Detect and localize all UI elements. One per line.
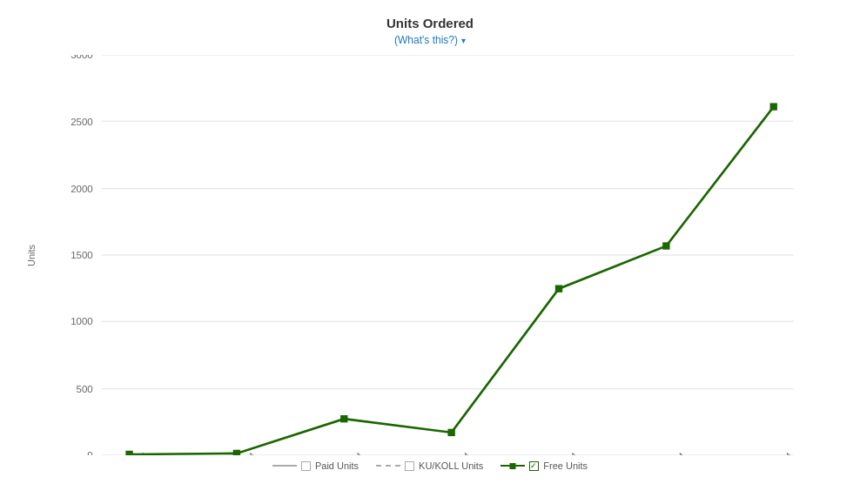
data-point (340, 415, 347, 422)
svg-text:2000: 2000 (71, 184, 93, 194)
svg-text:1500: 1500 (71, 250, 93, 260)
chart-container: Units Ordered (What's this?) ▾ Units 300… (0, 0, 860, 504)
svg-text:Nov 21, 2014: Nov 21, 2014 (427, 451, 472, 455)
data-point (555, 286, 562, 292)
free-line-icon (501, 465, 525, 467)
legend-free: Free Units (501, 460, 588, 471)
subtitle-arrow: ▾ (461, 36, 466, 45)
paid-label: Paid Units (315, 460, 359, 471)
chart-inner: 3000 2500 2000 1500 1000 500 0 Nov 18, 2… (38, 55, 839, 455)
data-point (125, 451, 132, 455)
free-checkbox[interactable] (529, 461, 539, 471)
data-point (770, 103, 777, 110)
ku-label: KU/KOLL Units (419, 460, 483, 471)
data-point (233, 450, 240, 455)
data-point (447, 429, 454, 436)
free-label: Free Units (543, 460, 588, 471)
svg-text:Nov 22, 2014: Nov 22, 2014 (534, 451, 580, 455)
svg-text:Nov 24, 2014: Nov 24, 2014 (749, 451, 794, 455)
svg-text:0: 0 (87, 450, 92, 455)
legend: Paid Units KU/KOLL Units Free Units (272, 460, 588, 471)
chart-svg: 3000 2500 2000 1500 1000 500 0 Nov 18, 2… (38, 55, 839, 455)
ku-line-icon (376, 465, 400, 467)
svg-text:1000: 1000 (71, 317, 93, 327)
ku-checkbox[interactable] (405, 461, 414, 471)
svg-text:500: 500 (77, 384, 93, 394)
chart-subtitle[interactable]: (What's this?) ▾ (394, 34, 466, 46)
free-units-line (130, 107, 774, 454)
subtitle-text: (What's this?) (394, 34, 458, 46)
legend-ku: KU/KOLL Units (376, 460, 483, 471)
data-point (662, 242, 669, 249)
svg-text:3000: 3000 (71, 55, 93, 60)
chart-title: Units Ordered (386, 16, 474, 30)
paid-line-icon (272, 465, 297, 467)
legend-paid: Paid Units (272, 460, 359, 471)
chart-area: Units 3000 2500 2000 1500 1000 (21, 55, 839, 455)
svg-text:Nov 20, 2014: Nov 20, 2014 (319, 451, 365, 455)
svg-text:2500: 2500 (71, 117, 93, 127)
svg-text:Nov 23, 2014: Nov 23, 2014 (642, 451, 687, 455)
y-axis-label: Units (21, 55, 38, 455)
paid-checkbox[interactable] (301, 461, 311, 471)
